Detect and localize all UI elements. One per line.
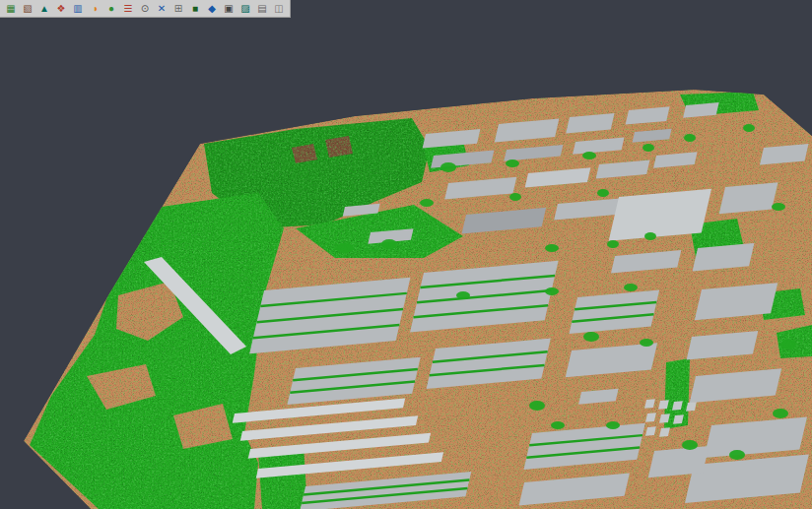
- tree-canopy: [583, 332, 599, 342]
- scatter-tool-icon: ❖: [57, 4, 66, 14]
- vegetation-filter-icon: ■: [192, 4, 198, 14]
- building-roof: [609, 189, 711, 241]
- mesh-tool-icon: ▲: [39, 4, 49, 14]
- toolbar-button-profile-tool[interactable]: ☰: [120, 1, 136, 16]
- print-tool-icon: ▣: [224, 4, 233, 14]
- tree-canopy: [643, 144, 654, 152]
- tree-canopy: [743, 124, 755, 132]
- top-bar: ▦▧▲❖▥◑●☰⊙✕⊞■◆▣▨▤◫: [0, 0, 812, 18]
- tree-canopy: [336, 243, 354, 253]
- tree-canopy: [420, 199, 434, 207]
- tree-canopy: [456, 291, 470, 299]
- toolbar-button-print-tool[interactable]: ▣: [221, 1, 237, 16]
- tree-canopy: [606, 421, 620, 429]
- toolbar-button-split-view-tool[interactable]: ◫: [271, 1, 287, 16]
- toolbar-button-palette-tool[interactable]: ▨: [237, 1, 253, 16]
- terrain-tool-icon: ▧: [23, 4, 32, 14]
- tree-canopy: [624, 284, 638, 291]
- toolbar-button-settings-tool[interactable]: ⊙: [137, 1, 153, 16]
- split-view-tool-icon: ◫: [274, 4, 283, 14]
- layers-tool-icon: ▥: [73, 4, 82, 14]
- tree-canopy: [381, 239, 397, 249]
- tree-canopy: [773, 409, 788, 418]
- tree-canopy: [597, 189, 609, 197]
- building-roof: [648, 446, 710, 477]
- toolbar-button-navigate-tool[interactable]: ◆: [204, 1, 220, 16]
- toolbar-button-globe-tool[interactable]: ●: [103, 1, 119, 16]
- tree-canopy: [582, 152, 596, 159]
- toolbar-button-vegetation-filter[interactable]: ■: [187, 1, 203, 16]
- toolbar-button-mesh-tool[interactable]: ▲: [36, 1, 52, 16]
- settings-tool-icon: ⊙: [141, 4, 149, 14]
- tree-canopy: [509, 193, 521, 201]
- point-cloud-render: [0, 18, 812, 509]
- toolbar-button-layers-tool[interactable]: ▥: [70, 1, 86, 16]
- tree-canopy: [529, 401, 545, 411]
- toolbar: ▦▧▲❖▥◑●☰⊙✕⊞■◆▣▨▤◫: [0, 0, 291, 18]
- profile-tool-icon: ☰: [124, 4, 133, 14]
- classification-grid-icon: ▦: [6, 4, 15, 14]
- toolbar-button-terrain-tool[interactable]: ▧: [20, 1, 35, 16]
- delete-tool-icon: ✕: [158, 4, 166, 14]
- application-window: ▦▧▲❖▥◑●☰⊙✕⊞■◆▣▨▤◫: [0, 0, 812, 509]
- terrain-group: [0, 79, 812, 509]
- toolbar-button-contrast-tool[interactable]: ◑: [87, 1, 102, 16]
- contrast-tool-icon: ◑: [92, 4, 98, 14]
- tree-canopy: [551, 421, 565, 429]
- toolbar-button-delete-tool[interactable]: ✕: [154, 1, 169, 16]
- table-tool-icon: ▤: [257, 4, 266, 14]
- palette-tool-icon: ▨: [240, 4, 249, 14]
- tree-canopy: [780, 340, 796, 350]
- tree-canopy: [682, 440, 698, 450]
- toolbar-button-classification-grid[interactable]: ▦: [3, 1, 19, 16]
- toolbar-button-table-tool[interactable]: ▤: [254, 1, 270, 16]
- tree-canopy: [729, 450, 745, 460]
- tree-canopy: [440, 162, 456, 172]
- tree-canopy: [545, 244, 559, 252]
- tree-canopy: [684, 134, 696, 142]
- tree-canopy: [506, 159, 519, 167]
- tree-canopy: [545, 287, 559, 295]
- building-roof: [719, 182, 778, 214]
- 3d-viewport[interactable]: [0, 18, 812, 509]
- globe-tool-icon: ●: [108, 4, 114, 14]
- tree-canopy: [607, 240, 619, 248]
- tree-canopy: [772, 203, 785, 211]
- toolbar-button-grid-tool[interactable]: ⊞: [170, 1, 186, 16]
- tree-canopy: [640, 339, 653, 347]
- toolbar-button-scatter-tool[interactable]: ❖: [53, 1, 69, 16]
- navigate-tool-icon: ◆: [208, 4, 216, 14]
- tree-canopy: [644, 232, 656, 240]
- grid-tool-icon: ⊞: [174, 4, 182, 14]
